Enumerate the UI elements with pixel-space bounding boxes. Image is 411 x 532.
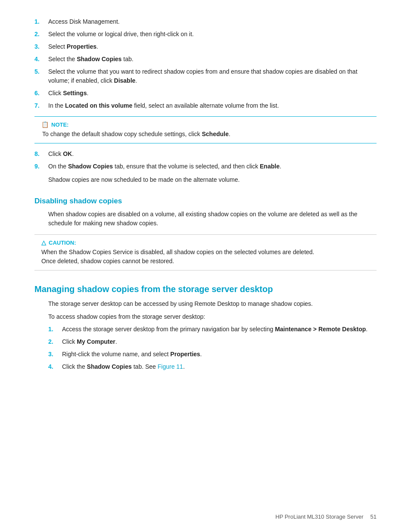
step-number: 6.	[34, 89, 48, 98]
step-number: 5.	[34, 67, 48, 76]
step-content: On the Shadow Copies tab, ensure that th…	[48, 162, 377, 171]
steps-list-part2: 8. Click OK. 9. On the Shadow Copies tab…	[34, 149, 377, 171]
section2-body1: The storage server desktop can be access…	[34, 299, 377, 309]
note-body: To change the default shadow copy schedu…	[41, 130, 370, 139]
step-number: 1.	[34, 17, 48, 26]
caution-triangle-icon: △	[41, 239, 46, 246]
list-item: 6. Click Settings.	[34, 89, 377, 98]
step-content: Click Settings.	[48, 89, 377, 98]
list-item: 9. On the Shadow Copies tab, ensure that…	[34, 162, 377, 171]
step-number: 7.	[34, 101, 48, 110]
footer-brand: HP ProLiant ML310 Storage Server	[275, 513, 363, 520]
list-item: 1. Access Disk Management.	[34, 17, 377, 26]
footer-page-number: 51	[371, 513, 377, 520]
section1-heading: Disabling shadow copies	[34, 197, 377, 205]
step-number: 3.	[34, 42, 48, 51]
list-item: 2. Select the volume or logical drive, t…	[34, 30, 377, 39]
step-content: Right-click the volume name, and select …	[62, 350, 377, 359]
list-item: 1. Access the storage server desktop fro…	[48, 325, 377, 334]
caution-label: △ CAUTION:	[41, 239, 370, 246]
caution-label-text: CAUTION:	[49, 240, 76, 246]
step-number: 3.	[48, 350, 62, 359]
step-content: Access the storage server desktop from t…	[62, 325, 377, 334]
note-icon: 📋	[41, 121, 49, 128]
list-item: 5. Select the volume that you want to re…	[34, 67, 377, 85]
list-item: 7. In the Located on this volume field, …	[34, 101, 377, 110]
section1-body: When shadow copies are disabled on a vol…	[34, 210, 377, 228]
step-content: Select the Shadow Copies tab.	[48, 55, 377, 64]
step-number: 2.	[48, 337, 62, 346]
step-number: 1.	[48, 325, 62, 334]
step-number: 8.	[34, 149, 48, 159]
step-content: Click the Shadow Copies tab. See Figure …	[62, 362, 377, 371]
caution-box: △ CAUTION: When the Shadow Copies Servic…	[34, 234, 377, 271]
step-content: Click OK.	[48, 149, 377, 159]
footer-text: HP ProLiant ML310 Storage Server 51	[275, 513, 377, 520]
step-number: 4.	[48, 362, 62, 371]
list-item: 3. Select Properties.	[34, 42, 377, 51]
figure-11-link[interactable]: Figure 11	[158, 363, 183, 370]
list-item: 4. Click the Shadow Copies tab. See Figu…	[48, 362, 377, 371]
step-number: 2.	[34, 30, 48, 39]
section2-body2: To access shadow copies from the storage…	[34, 312, 377, 322]
list-item: 8. Click OK.	[34, 149, 377, 159]
step-content: In the Located on this volume field, sel…	[48, 101, 377, 110]
caution-body: When the Shadow Copies Service is disabl…	[41, 248, 370, 266]
list-item: 3. Right-click the volume name, and sele…	[48, 350, 377, 359]
note-label-text: NOTE:	[51, 121, 68, 128]
step-number: 4.	[34, 55, 48, 64]
list-item: 2. Click My Computer.	[48, 337, 377, 346]
caution-line1: When the Shadow Copies Service is disabl…	[41, 249, 314, 255]
step-content: Access Disk Management.	[48, 17, 377, 26]
section2-heading: Managing shadow copies from the storage …	[34, 284, 377, 294]
step-number: 9.	[34, 162, 48, 171]
step-content: Select Properties.	[48, 42, 377, 51]
step-content: Click My Computer.	[62, 337, 377, 346]
page: 1. Access Disk Management. 2. Select the…	[0, 0, 411, 532]
step-content: Select the volume or logical drive, then…	[48, 30, 377, 39]
section2-steps-list: 1. Access the storage server desktop fro…	[34, 325, 377, 371]
page-footer: HP ProLiant ML310 Storage Server 51	[0, 513, 411, 520]
step-content: Select the volume that you want to redir…	[48, 67, 377, 85]
steps-list-part1: 1. Access Disk Management. 2. Select the…	[34, 17, 377, 110]
list-item: 4. Select the Shadow Copies tab.	[34, 55, 377, 64]
note-label: 📋 NOTE:	[41, 121, 370, 128]
note-box: 📋 NOTE: To change the default shadow cop…	[34, 116, 377, 143]
caution-line2: Once deleted, shadow copies cannot be re…	[41, 258, 174, 264]
summary-line: Shadow copies are now scheduled to be ma…	[34, 175, 377, 185]
